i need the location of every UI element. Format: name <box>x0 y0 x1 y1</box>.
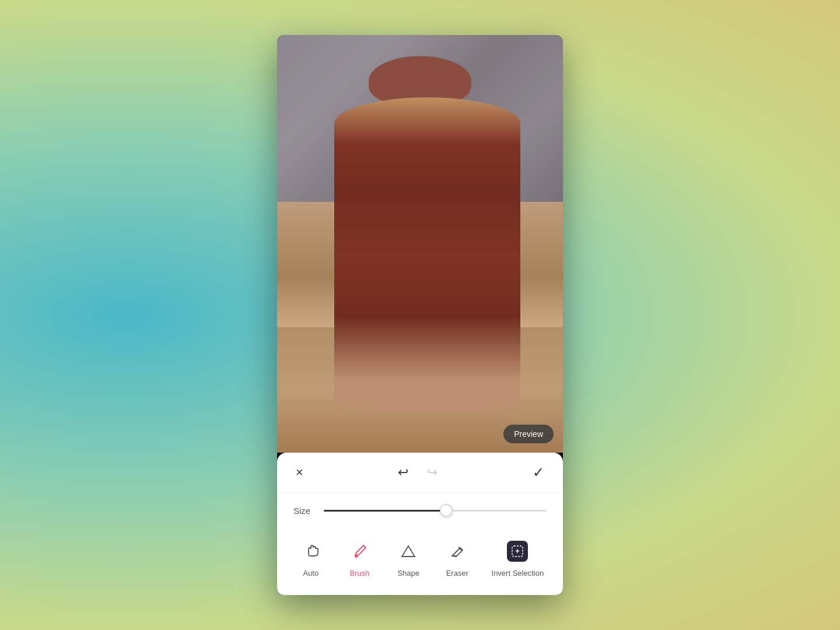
triangle-icon <box>396 538 421 564</box>
tool-eraser[interactable]: Eraser <box>437 535 478 581</box>
app-container: Preview × ↩ ↪ ✓ Size <box>277 35 563 595</box>
history-buttons: ↩ ↪ <box>396 463 440 482</box>
hand-icon <box>298 538 324 564</box>
size-label: Size <box>293 506 314 516</box>
eraser-icon <box>444 538 470 564</box>
tool-auto[interactable]: Auto <box>290 535 331 581</box>
tool-brush[interactable]: Brush <box>340 535 380 581</box>
slider-track <box>324 510 547 512</box>
tool-shape[interactable]: Shape <box>388 535 429 581</box>
svg-text:+: + <box>516 547 520 555</box>
invert-label: Invert Selection <box>492 569 544 578</box>
confirm-button[interactable]: ✓ <box>530 462 547 483</box>
close-button[interactable]: × <box>293 463 306 482</box>
tool-invert[interactable]: + Invert Selection <box>486 535 550 581</box>
photo-canvas <box>277 35 563 453</box>
shape-label: Shape <box>397 569 419 578</box>
undo-button[interactable]: ↩ <box>396 463 411 482</box>
eraser-label: Eraser <box>446 569 468 578</box>
invert-icon: + <box>505 538 530 564</box>
svg-point-0 <box>355 555 358 557</box>
slider-thumb[interactable] <box>440 504 453 517</box>
preview-button[interactable]: Preview <box>503 425 554 443</box>
brush-label: Brush <box>350 569 370 578</box>
auto-label: Auto <box>303 569 318 578</box>
toolbar-top: × ↩ ↪ ✓ <box>277 453 563 493</box>
invert-icon-box: + <box>507 541 528 562</box>
brush-icon <box>347 538 373 564</box>
redo-button[interactable]: ↪ <box>425 463 440 482</box>
size-row: Size <box>277 493 563 528</box>
tools-row: Auto Brush Shape <box>277 528 563 595</box>
size-slider[interactable] <box>324 503 547 517</box>
photo-area: Preview <box>277 35 563 453</box>
slider-fill <box>324 510 446 512</box>
toolbar-area: × ↩ ↪ ✓ Size <box>277 453 563 595</box>
photo-overlay <box>277 35 563 453</box>
